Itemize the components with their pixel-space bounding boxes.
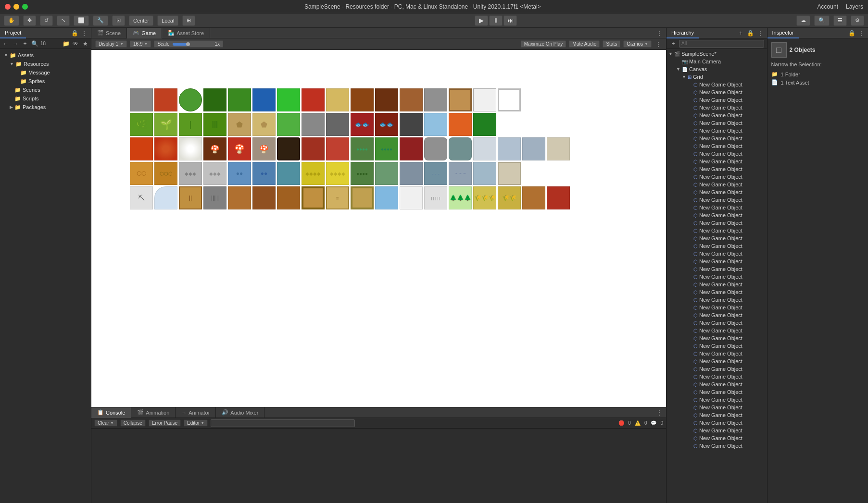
game-object-item-32[interactable]: ⬡New Game Object — [667, 327, 767, 334]
animation-tab[interactable]: 🎬 Animation — [131, 407, 176, 418]
minimize-button[interactable] — [13, 4, 19, 10]
maximize-button[interactable] — [22, 4, 28, 10]
game-object-item-39[interactable]: ⬡New Game Object — [667, 380, 767, 388]
move-tool[interactable]: ✥ — [23, 15, 36, 26]
game-object-item-22[interactable]: ⬡New Game Object — [667, 250, 767, 258]
collapse-btn[interactable]: Collapse — [120, 419, 146, 427]
layers-dropdown[interactable]: ☰ — [833, 15, 847, 26]
packages-folder[interactable]: ▶ 📁 Packages — [0, 103, 91, 111]
transform-tool[interactable]: 🔧 — [93, 15, 108, 26]
game-object-item-33[interactable]: ⬡New Game Object — [667, 334, 767, 342]
game-object-item-17[interactable]: ⬡New Game Object — [667, 211, 767, 219]
game-object-item-43[interactable]: ⬡New Game Object — [667, 411, 767, 419]
canvas-item[interactable]: ▼ 📄 Canvas — [667, 65, 767, 73]
hand-tool[interactable]: ✋ — [4, 15, 19, 26]
aspect-btn[interactable]: 16:9 ▼ — [130, 40, 151, 48]
layers-button[interactable]: Layers — [846, 3, 863, 10]
grid-btn[interactable]: ⊞ — [182, 15, 195, 26]
game-object-item-28[interactable]: ⬡New Game Object — [667, 296, 767, 304]
hierarchy-create-icon[interactable]: + — [669, 40, 677, 48]
inspector-lock-icon[interactable]: 🔒 — [848, 29, 855, 37]
game-object-item-44[interactable]: ⬡New Game Object — [667, 419, 767, 427]
scenes-folder[interactable]: ▶ 📁 Scenes — [0, 86, 91, 94]
game-object-item-27[interactable]: ⬡New Game Object — [667, 288, 767, 296]
game-object-item-24[interactable]: ⬡New Game Object — [667, 265, 767, 273]
text-asset-item[interactable]: 📄 1 Text Asset — [771, 78, 865, 86]
center-btn[interactable]: Center — [129, 15, 153, 26]
maximize-btn[interactable]: Maximize On Play — [521, 40, 566, 48]
error-pause-btn[interactable]: Error Pause — [149, 419, 181, 427]
scene-tab[interactable]: 🎬 Scene — [91, 28, 127, 38]
inspector-more-icon[interactable]: ⋮ — [857, 29, 865, 37]
scripts-folder[interactable]: ▶ 📁 Scripts — [0, 94, 91, 103]
pause-button[interactable]: ⏸ — [489, 15, 503, 26]
game-object-item-11[interactable]: ⬡New Game Object — [667, 165, 767, 173]
game-object-item-5[interactable]: ⬡New Game Object — [667, 119, 767, 127]
folder-icon[interactable]: 📁 — [62, 40, 70, 48]
game-object-item-2[interactable]: ⬡New Game Object — [667, 96, 767, 104]
main-camera-item[interactable]: 📷 Main Camera — [667, 58, 767, 65]
project-more-icon[interactable]: ⋮ — [80, 29, 88, 37]
close-button[interactable] — [5, 4, 11, 10]
scale-control[interactable]: Scale 1x — [154, 40, 223, 48]
hierarchy-lock-icon[interactable]: 🔒 — [747, 29, 755, 37]
game-object-item-7[interactable]: ⬡New Game Object — [667, 135, 767, 142]
sprites-folder[interactable]: ▶ 📁 Sprites — [0, 77, 91, 86]
search-icon[interactable]: 🔍 — [31, 40, 38, 48]
game-object-item-4[interactable]: ⬡New Game Object — [667, 111, 767, 119]
game-object-item-42[interactable]: ⬡New Game Object — [667, 404, 767, 411]
game-object-item-15[interactable]: ⬡New Game Object — [667, 196, 767, 204]
hierarchy-tab[interactable]: Hierarchy — [667, 28, 699, 38]
create-icon[interactable]: + — [21, 40, 29, 48]
game-object-item-12[interactable]: ⬡New Game Object — [667, 173, 767, 181]
custom-tool[interactable]: ⊡ — [112, 15, 125, 26]
hierarchy-add-icon[interactable]: + — [737, 29, 745, 37]
rect-tool[interactable]: ⬜ — [74, 15, 89, 26]
clear-btn[interactable]: Clear ▼ — [94, 419, 117, 427]
game-object-item-29[interactable]: ⬡New Game Object — [667, 304, 767, 311]
game-tab[interactable]: 🎮 Game — [127, 28, 162, 38]
editor-btn[interactable]: Editor ▼ — [184, 419, 208, 427]
step-button[interactable]: ⏭ — [503, 15, 517, 26]
view-options-icon[interactable]: ⋮ — [654, 40, 662, 48]
game-object-item-38[interactable]: ⬡New Game Object — [667, 373, 767, 380]
rotate-tool[interactable]: ↺ — [40, 15, 53, 26]
game-object-item-18[interactable]: ⬡New Game Object — [667, 219, 767, 227]
game-object-item-8[interactable]: ⬡New Game Object — [667, 142, 767, 150]
mute-btn[interactable]: Mute Audio — [569, 40, 600, 48]
project-lock-icon[interactable]: 🔒 — [71, 29, 78, 37]
game-object-item-13[interactable]: ⬡New Game Object — [667, 181, 767, 188]
game-object-item-41[interactable]: ⬡New Game Object — [667, 396, 767, 404]
stats-btn[interactable]: Stats — [603, 40, 620, 48]
account-button[interactable]: Account — [818, 3, 838, 10]
inspector-tab[interactable]: Inspector — [767, 28, 799, 38]
game-object-item-47[interactable]: ⬡New Game Object — [667, 442, 767, 450]
game-object-item-16[interactable]: ⬡New Game Object — [667, 204, 767, 211]
game-object-item-46[interactable]: ⬡New Game Object — [667, 434, 767, 442]
folder-item[interactable]: 📁 1 Folder — [771, 70, 865, 78]
hierarchy-more-icon[interactable]: ⋮ — [756, 29, 764, 37]
back-icon[interactable]: ← — [2, 40, 10, 48]
view-more-icon[interactable]: ⋮ — [655, 29, 663, 37]
play-button[interactable]: ▶ — [475, 15, 488, 26]
message-folder[interactable]: ▶ 📁 Message — [0, 68, 91, 77]
scale-tool[interactable]: ⤡ — [57, 15, 70, 26]
project-tab[interactable]: Project — [0, 28, 26, 38]
game-object-item-21[interactable]: ⬡New Game Object — [667, 242, 767, 250]
game-object-item-26[interactable]: ⬡New Game Object — [667, 281, 767, 288]
game-object-item-0[interactable]: ⬡New Game Object — [667, 81, 767, 88]
gizmos-btn[interactable]: Gizmos ▼ — [623, 40, 652, 48]
game-object-item-37[interactable]: ⬡New Game Object — [667, 365, 767, 373]
scene-root[interactable]: ▼ 🎬 SampleScene* — [667, 50, 767, 58]
game-object-item-14[interactable]: ⬡New Game Object — [667, 188, 767, 196]
game-object-item-35[interactable]: ⬡New Game Object — [667, 350, 767, 357]
console-more-icon[interactable]: ⋮ — [655, 409, 663, 417]
game-object-item-23[interactable]: ⬡New Game Object — [667, 258, 767, 265]
hierarchy-search-input[interactable] — [679, 40, 764, 48]
game-object-item-25[interactable]: ⬡New Game Object — [667, 273, 767, 281]
grid-item[interactable]: ▼ ⊞ Grid — [667, 73, 767, 81]
game-object-item-3[interactable]: ⬡New Game Object — [667, 104, 767, 111]
console-search-input[interactable] — [211, 419, 355, 427]
settings-btn[interactable]: ⚙ — [851, 15, 864, 26]
search-btn[interactable]: 🔍 — [814, 15, 830, 26]
